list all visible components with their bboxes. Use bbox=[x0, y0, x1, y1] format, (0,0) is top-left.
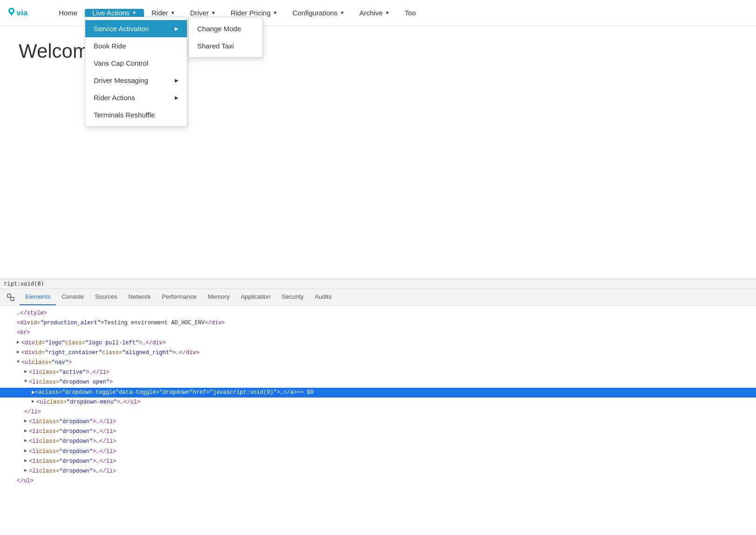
vans-cap-control-label: Vans Cap Control bbox=[94, 59, 148, 67]
navbar: via Home Live Actions ▼ Service Activati… bbox=[0, 0, 756, 26]
nav-rider-pricing-label: Rider Pricing bbox=[231, 9, 271, 17]
menu-item-rider-actions[interactable]: Rider Actions ▶ bbox=[85, 89, 187, 106]
change-mode-label: Change Mode bbox=[197, 25, 241, 33]
via-logo[interactable]: via bbox=[5, 4, 42, 22]
configurations-caret: ▼ bbox=[340, 10, 344, 15]
submenu-item-change-mode[interactable]: Change Mode bbox=[189, 20, 262, 37]
nav-archive-label: Archive bbox=[359, 9, 383, 17]
live-actions-dropdown: Service Activation ▶ Book Ride Vans Cap … bbox=[85, 17, 263, 127]
nav-items: Home Live Actions ▼ Service Activation ▶… bbox=[51, 0, 751, 26]
rider-actions-arrow: ▶ bbox=[175, 95, 179, 100]
nav-item-home[interactable]: Home bbox=[51, 0, 85, 26]
driver-messaging-arrow: ▶ bbox=[175, 78, 179, 83]
menu-item-driver-messaging[interactable]: Driver Messaging ▶ bbox=[85, 72, 187, 89]
nav-item-live-actions[interactable]: Live Actions ▼ bbox=[85, 9, 144, 17]
svg-point-1 bbox=[10, 9, 13, 13]
nav-rider-label: Rider bbox=[151, 9, 168, 17]
menu-item-vans-cap-control[interactable]: Vans Cap Control bbox=[85, 55, 187, 72]
driver-caret: ▼ bbox=[211, 10, 216, 15]
menu-item-terminals-reshuffle[interactable]: Terminals Reshuffle bbox=[85, 106, 187, 123]
svg-marker-2 bbox=[10, 12, 14, 16]
rider-actions-label: Rider Actions bbox=[94, 94, 135, 102]
archive-caret: ▼ bbox=[385, 10, 390, 15]
terminals-reshuffle-label: Terminals Reshuffle bbox=[94, 111, 155, 119]
service-activation-arrow: ▶ bbox=[175, 26, 179, 31]
menu-item-service-activation[interactable]: Service Activation ▶ bbox=[85, 20, 187, 37]
logo-area: via bbox=[5, 4, 42, 22]
live-actions-caret: ▼ bbox=[132, 10, 137, 15]
service-activation-submenu: Change Mode Shared Taxi bbox=[188, 17, 263, 58]
nav-item-archive[interactable]: Archive ▼ bbox=[352, 0, 397, 26]
svg-text:via: via bbox=[16, 7, 27, 17]
nav-driver-label: Driver bbox=[190, 9, 209, 17]
rider-pricing-caret: ▼ bbox=[273, 10, 278, 15]
nav-live-actions-wrapper: Live Actions ▼ Service Activation ▶ Book… bbox=[85, 9, 144, 17]
nav-too-label: Too bbox=[405, 9, 416, 17]
rider-caret: ▼ bbox=[171, 10, 175, 15]
nav-configurations-label: Configurations bbox=[292, 9, 337, 17]
nav-live-actions-label: Live Actions bbox=[92, 9, 130, 17]
book-ride-label: Book Ride bbox=[94, 42, 126, 50]
menu-item-book-ride[interactable]: Book Ride bbox=[85, 37, 187, 55]
nav-home-label: Home bbox=[59, 9, 77, 17]
nav-item-configurations[interactable]: Configurations ▼ bbox=[285, 0, 352, 26]
live-actions-primary-menu: Service Activation ▶ Book Ride Vans Cap … bbox=[85, 17, 187, 127]
shared-taxi-label: Shared Taxi bbox=[197, 42, 234, 50]
service-activation-label: Service Activation bbox=[94, 25, 149, 33]
submenu-item-shared-taxi[interactable]: Shared Taxi bbox=[189, 37, 262, 55]
driver-messaging-label: Driver Messaging bbox=[94, 76, 148, 84]
nav-item-too[interactable]: Too bbox=[397, 0, 423, 26]
